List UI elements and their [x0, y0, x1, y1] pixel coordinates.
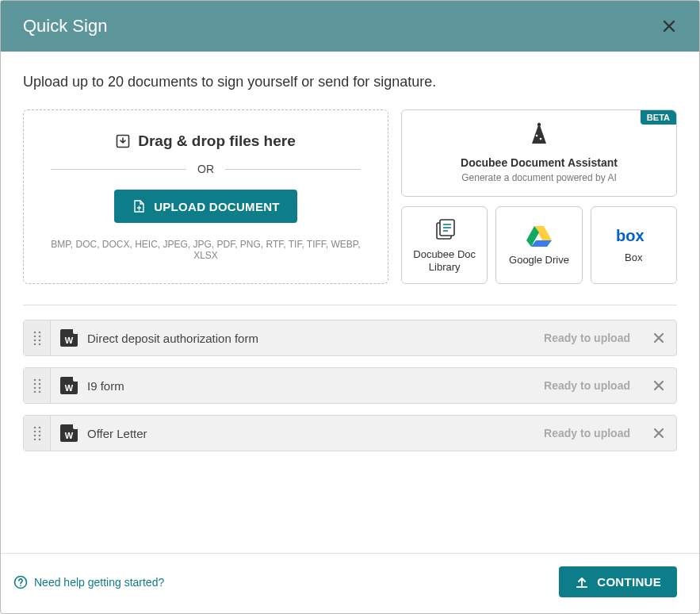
- google-drive-icon: [526, 224, 553, 248]
- accepted-formats: BMP, DOC, DOCX, HEIC, JPEG, JPG, PDF, PN…: [40, 239, 372, 261]
- source-label: Docubee Doc Library: [407, 248, 482, 273]
- doc-library-icon: [432, 217, 457, 242]
- source-box[interactable]: box Box: [591, 206, 677, 284]
- remove-file-button[interactable]: [641, 416, 676, 451]
- svg-point-20: [33, 383, 36, 386]
- file-main: W I9 form: [51, 368, 533, 403]
- upload-section: Drag & drop files here OR UPLOAD DOCUMEN…: [23, 109, 677, 284]
- dialog-title: Quick Sign: [23, 16, 107, 36]
- svg-point-11: [38, 332, 40, 334]
- svg-point-19: [38, 379, 40, 382]
- svg-point-26: [33, 427, 36, 429]
- dialog-content: Upload up to 20 documents to sign yourse…: [1, 52, 699, 553]
- file-status: Ready to upload: [533, 368, 641, 403]
- close-icon: [661, 18, 677, 34]
- upload-document-button[interactable]: UPLOAD DOCUMENT: [114, 190, 297, 223]
- quick-sign-dialog: Quick Sign Upload up to 20 documents to …: [0, 0, 700, 614]
- svg-point-21: [38, 383, 40, 386]
- svg-point-14: [33, 340, 36, 342]
- svg-point-33: [38, 439, 40, 440]
- svg-point-35: [20, 585, 21, 586]
- svg-point-27: [38, 427, 40, 429]
- drop-icon: [116, 134, 130, 148]
- source-docubee-library[interactable]: Docubee Doc Library: [401, 206, 488, 284]
- upload-icon: [575, 576, 589, 589]
- remove-file-button[interactable]: [641, 320, 676, 355]
- drag-handle-icon: [33, 426, 41, 440]
- source-row: Docubee Doc Library Google Drive box Box: [401, 206, 677, 284]
- svg-point-10: [33, 332, 36, 334]
- svg-point-1: [537, 123, 541, 126]
- svg-point-24: [33, 391, 36, 393]
- close-icon: [652, 332, 665, 344]
- drag-drop-label: Drag & drop files here: [116, 132, 296, 150]
- file-row: W Direct deposit authorization form Read…: [23, 320, 677, 356]
- or-divider: OR: [40, 163, 372, 175]
- section-divider: [23, 305, 677, 305]
- svg-point-25: [38, 391, 40, 393]
- dropzone[interactable]: Drag & drop files here OR UPLOAD DOCUMEN…: [23, 109, 388, 284]
- svg-point-13: [38, 336, 40, 338]
- close-button[interactable]: [658, 15, 680, 37]
- continue-button[interactable]: CONTINUE: [559, 566, 677, 597]
- close-icon: [652, 427, 665, 439]
- file-row: W I9 form Ready to upload: [23, 367, 677, 404]
- drag-handle[interactable]: [24, 416, 51, 451]
- ai-assistant-card[interactable]: BETA Docubee Document Assistant Generate…: [401, 109, 677, 197]
- drag-handle-icon: [33, 378, 41, 393]
- source-google-drive[interactable]: Google Drive: [495, 206, 582, 284]
- dialog-header: Quick Sign: [1, 1, 699, 52]
- file-status: Ready to upload: [533, 416, 641, 451]
- instruction-text: Upload up to 20 documents to sign yourse…: [23, 74, 677, 90]
- ai-card-subtitle: Generate a document powered by AI: [410, 172, 668, 183]
- svg-point-2: [536, 135, 538, 137]
- drag-handle[interactable]: [24, 320, 51, 355]
- svg-text:box: box: [616, 227, 645, 244]
- or-text: OR: [197, 163, 214, 175]
- source-label: Google Drive: [509, 254, 569, 267]
- svg-point-18: [33, 379, 36, 382]
- file-status: Ready to upload: [533, 320, 641, 355]
- source-column: BETA Docubee Document Assistant Generate…: [401, 109, 677, 284]
- svg-point-28: [33, 431, 36, 433]
- dialog-footer: Need help getting started? CONTINUE: [1, 553, 699, 613]
- box-icon: box: [616, 226, 651, 245]
- source-label: Box: [625, 251, 642, 264]
- help-link-text: Need help getting started?: [34, 576, 164, 589]
- drag-text: Drag & drop files here: [138, 132, 296, 150]
- svg-point-29: [38, 431, 40, 433]
- word-file-icon: W: [60, 424, 78, 442]
- svg-point-3: [540, 138, 542, 140]
- help-icon: [13, 575, 28, 589]
- drag-handle-icon: [33, 331, 41, 345]
- beta-badge: BETA: [641, 110, 676, 125]
- drag-handle[interactable]: [24, 368, 51, 403]
- ai-card-title: Docubee Document Assistant: [410, 156, 668, 169]
- svg-point-31: [38, 435, 40, 437]
- continue-button-label: CONTINUE: [597, 575, 661, 589]
- file-name: Direct deposit authorization form: [87, 332, 258, 345]
- file-upload-icon: [132, 199, 146, 213]
- file-main: W Direct deposit authorization form: [51, 320, 533, 355]
- svg-point-32: [33, 439, 36, 440]
- close-icon: [652, 379, 665, 392]
- svg-point-16: [33, 343, 36, 345]
- file-name: Offer Letter: [87, 427, 147, 440]
- svg-point-12: [33, 336, 36, 338]
- file-list: W Direct deposit authorization form Read…: [23, 320, 677, 451]
- word-file-icon: W: [60, 329, 78, 347]
- svg-point-17: [38, 343, 40, 345]
- svg-point-23: [38, 387, 40, 390]
- wizard-icon: [527, 121, 551, 147]
- file-name: I9 form: [87, 379, 124, 393]
- word-file-icon: W: [60, 377, 78, 394]
- svg-point-30: [33, 435, 36, 437]
- remove-file-button[interactable]: [641, 368, 676, 403]
- help-link[interactable]: Need help getting started?: [13, 575, 164, 589]
- svg-point-15: [38, 340, 40, 342]
- upload-button-label: UPLOAD DOCUMENT: [154, 200, 280, 213]
- file-main: W Offer Letter: [51, 416, 533, 451]
- file-row: W Offer Letter Ready to upload: [23, 415, 677, 451]
- svg-point-22: [33, 387, 36, 390]
